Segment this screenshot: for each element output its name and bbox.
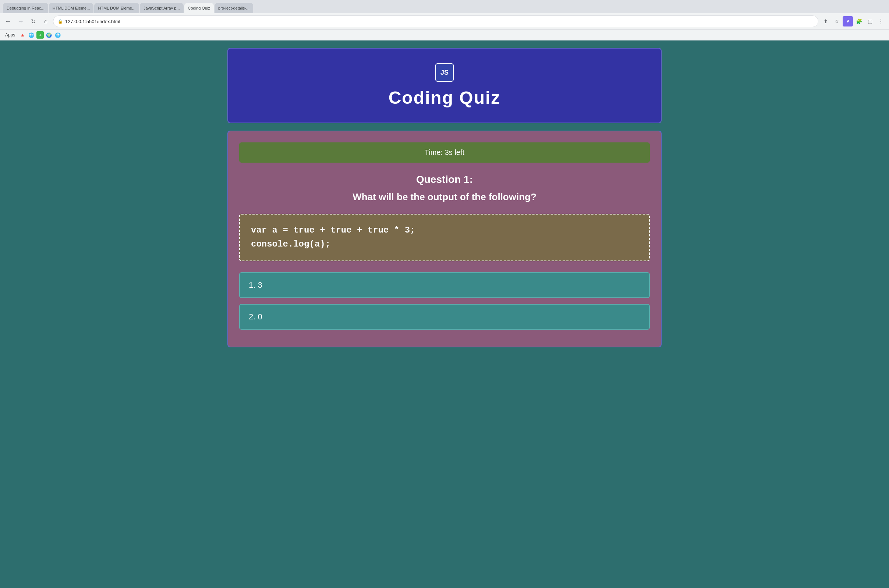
address-bar[interactable]: 🔒 127.0.0.1:5501/index.html (53, 15, 819, 27)
question-number: Question 1: (239, 174, 650, 186)
apps-label[interactable]: Apps (3, 31, 17, 39)
bookmark-icon-google-drive[interactable]: 🔺 (19, 31, 26, 39)
bookmark-icon-5[interactable]: 🌐 (54, 31, 61, 39)
browser-tab-2[interactable]: HTML DOM Eleme... (49, 3, 94, 13)
code-block: var a = true + true + true * 3; console.… (239, 214, 650, 261)
browser-tab-3[interactable]: HTML DOM Eleme... (94, 3, 139, 13)
answer-1-number: 1. (249, 280, 255, 290)
page-content: JS Coding Quiz Time: 3s left Question 1:… (0, 40, 889, 588)
browser-tab-6[interactable]: pro-ject-details-... (214, 3, 253, 13)
quiz-title: Coding Quiz (235, 88, 654, 108)
answer-option-2[interactable]: 2. 0 (239, 304, 650, 330)
back-button[interactable]: ← (3, 16, 13, 27)
browser-toolbar: ← → ↻ ⌂ 🔒 127.0.0.1:5501/index.html ⬆ ☆ … (0, 13, 889, 30)
more-button[interactable]: ⋮ (876, 16, 886, 27)
quiz-card: Time: 3s left Question 1: What will be t… (227, 130, 662, 347)
bookmark-star-button[interactable]: ☆ (832, 16, 842, 27)
home-button[interactable]: ⌂ (40, 16, 51, 27)
address-lock-icon: 🔒 (58, 19, 63, 24)
bookmark-icon-4[interactable]: 🌍 (45, 31, 52, 39)
js-badge-text: JS (441, 69, 448, 76)
answer-option-1[interactable]: 1. 3 (239, 272, 650, 298)
browser-tab-4[interactable]: JavaScript Array p... (140, 3, 183, 13)
bookmark-icon-2[interactable]: 🌐 (28, 31, 35, 39)
code-content: var a = true + true + true * 3; console.… (251, 224, 638, 252)
browser-chrome: Debugging in Reac... HTML DOM Eleme... H… (0, 0, 889, 40)
address-bar-url: 127.0.0.1:5501/index.html (65, 19, 120, 24)
tab-active-label: Coding Quiz (188, 6, 210, 10)
answer-2-value: 0 (258, 312, 262, 321)
answer-1-value: 3 (258, 280, 262, 290)
browser-tab-active[interactable]: Coding Quiz (184, 3, 214, 13)
bookmarks-bar: Apps 🔺 🌐 + 🌍 🌐 (0, 30, 889, 40)
tab-1-label: Debugging in Reac... (7, 6, 45, 10)
answer-2-number: 2. (249, 312, 255, 321)
tab-3-label: HTML DOM Eleme... (98, 6, 135, 10)
header-card: JS Coding Quiz (227, 48, 662, 123)
bookmark-icon-3[interactable]: + (36, 31, 44, 39)
js-badge: JS (435, 63, 454, 82)
window-button[interactable]: ▢ (865, 16, 875, 27)
tab-6-label: pro-ject-details-... (218, 6, 249, 10)
timer-bar: Time: 3s left (239, 142, 650, 163)
code-line-1: var a = true + true + true * 3; (251, 225, 415, 235)
share-button[interactable]: ⬆ (820, 16, 831, 27)
browser-tab-1[interactable]: Debugging in Reac... (3, 3, 48, 13)
browser-tabs-bar: Debugging in Reac... HTML DOM Eleme... H… (0, 0, 889, 13)
forward-button[interactable]: → (15, 16, 26, 27)
extension-button-1[interactable]: P (843, 16, 853, 27)
puzzle-button[interactable]: 🧩 (854, 16, 864, 27)
timer-text: Time: 3s left (425, 148, 464, 156)
question-text: What will be the output of the following… (239, 191, 650, 203)
tab-4-label: JavaScript Array p... (144, 6, 180, 10)
reload-button[interactable]: ↻ (28, 16, 38, 27)
toolbar-right-icons: ⬆ ☆ P 🧩 ▢ ⋮ (820, 16, 886, 27)
tab-2-label: HTML DOM Eleme... (52, 6, 90, 10)
code-line-2: console.log(a); (251, 239, 330, 249)
